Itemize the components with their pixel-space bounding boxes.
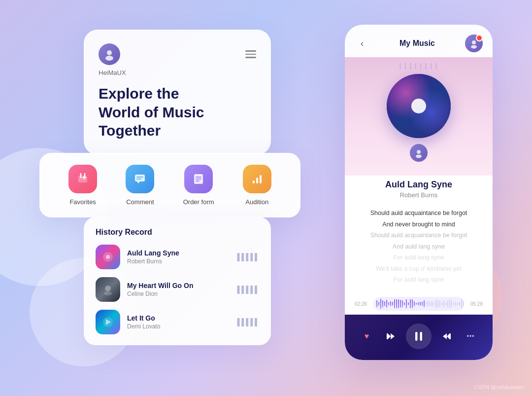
svg-marker-28 <box>391 333 395 339</box>
svg-marker-10 <box>137 181 140 183</box>
comment-icon <box>126 165 154 193</box>
left-card: HeiMaUX Explore the World of Music Toget… <box>84 30 271 155</box>
svg-rect-16 <box>256 178 258 183</box>
action-audition[interactable]: Audition <box>243 165 271 206</box>
audition-label: Audition <box>245 198 268 206</box>
back-button[interactable]: ‹ <box>355 36 369 51</box>
player-controls: ♥ ••• <box>345 315 493 360</box>
favorites-icon <box>68 165 97 193</box>
svg-point-0 <box>107 50 112 55</box>
comment-label: Comment <box>126 198 154 206</box>
history-thumb-1 <box>96 245 120 269</box>
lyric-line-2: And never brought to mind <box>355 219 483 230</box>
lyric-line-1: Should auld acquaintance be forgot <box>355 208 483 219</box>
history-song-2: My Heart Will Go On <box>127 282 230 289</box>
history-artist-1: Robert Burns <box>127 258 230 265</box>
progress-area: 02:26 05:28 <box>345 292 493 315</box>
svg-marker-33 <box>443 333 447 339</box>
sound-bars-top: | | | | | | | | <box>399 62 438 69</box>
history-info-3: Let It Go Demi Lovato <box>127 314 230 330</box>
waveform-2: ▌▌▌▌▌ <box>237 286 259 293</box>
user-row <box>99 43 256 65</box>
svg-point-1 <box>105 56 113 61</box>
prev-button[interactable] <box>382 327 399 345</box>
action-comment[interactable]: Comment <box>126 165 154 206</box>
play-pause-button[interactable] <box>406 324 432 349</box>
player-screen-title: My Music <box>399 39 435 48</box>
hero-title: Explore the World of Music Together <box>99 84 256 140</box>
history-song-3: Let It Go <box>127 314 230 322</box>
svg-rect-29 <box>387 333 388 339</box>
song-title: Auld Lang Syne <box>355 180 483 190</box>
order-label: Order form <box>183 198 214 206</box>
history-info-2: My Heart Will Go On Celine Dion <box>127 282 230 297</box>
svg-point-23 <box>472 40 476 44</box>
lyric-line-4: And auld lang syne <box>355 241 483 252</box>
song-artist: Robert Burns <box>355 191 483 199</box>
lyric-line-5: For auld lang syne <box>355 252 483 263</box>
history-thumb-3 <box>96 310 120 334</box>
svg-point-21 <box>104 291 112 295</box>
next-button[interactable] <box>438 327 456 345</box>
artist-small-avatar <box>410 144 428 162</box>
svg-rect-17 <box>260 175 262 183</box>
heart-button[interactable]: ♥ <box>358 327 375 345</box>
player-avatar <box>465 35 483 52</box>
svg-rect-31 <box>420 332 422 341</box>
svg-point-20 <box>105 286 111 291</box>
waveform-1: ▌▌▌▌▌ <box>237 253 259 261</box>
svg-rect-34 <box>449 333 451 339</box>
time-current: 02:26 <box>355 301 369 307</box>
lyric-line-3: Should auld acquaintance be forgot <box>355 230 483 241</box>
watermark: CSDN @defdsdddev <box>474 384 524 390</box>
more-button[interactable]: ••• <box>462 327 480 345</box>
history-thumb-2 <box>96 277 120 302</box>
history-artist-2: Celine Dion <box>127 290 230 297</box>
svg-point-24 <box>471 45 477 49</box>
album-disc-inner <box>411 99 426 113</box>
history-artist-3: Demi Lovato <box>127 323 230 330</box>
album-disc <box>387 74 451 138</box>
svg-rect-15 <box>253 180 255 183</box>
svg-marker-32 <box>447 333 450 339</box>
album-area: | | | | | | | | <box>345 57 493 176</box>
svg-marker-27 <box>388 333 391 339</box>
history-title: History Record <box>96 228 259 237</box>
history-item-2[interactable]: My Heart Will Go On Celine Dion ▌▌▌▌▌ <box>96 277 259 302</box>
lyric-line-6: We'll take a cup o' kindness yet <box>355 263 483 275</box>
progress-bar-container: 02:26 05:28 <box>355 297 483 311</box>
waveform-3: ▌▌▌▌▌ <box>237 318 259 326</box>
username: HeiMaUX <box>99 69 256 76</box>
lyrics-area: Should auld acquaintance be forgot And n… <box>345 202 493 292</box>
order-icon <box>184 165 213 193</box>
history-item-3[interactable]: Let It Go Demi Lovato ▌▌▌▌▌ <box>96 310 259 334</box>
svg-rect-2 <box>78 176 87 182</box>
svg-point-25 <box>417 150 421 154</box>
svg-rect-7 <box>135 175 145 181</box>
action-order[interactable]: Order form <box>183 165 214 206</box>
history-song-1: Auld Lang Syne <box>127 249 230 257</box>
svg-point-19 <box>106 255 110 259</box>
avatar <box>99 43 120 65</box>
svg-rect-30 <box>415 332 418 341</box>
history-item-1[interactable]: Auld Lang Syne Robert Burns ▌▌▌▌▌ <box>96 245 259 269</box>
lyric-line-7: For auld lang syne <box>355 274 483 286</box>
time-total: 05:28 <box>468 301 483 307</box>
menu-icon[interactable] <box>245 50 256 58</box>
phone-header: ‹ My Music <box>345 25 493 57</box>
waveform-progress[interactable] <box>373 297 464 311</box>
player-card: ‹ My Music | | | | | | | | Auld Lang Syn… <box>345 25 493 360</box>
audition-icon <box>243 165 271 193</box>
svg-point-26 <box>416 155 422 158</box>
song-info: Auld Lang Syne Robert Burns <box>345 176 493 202</box>
history-info-1: Auld Lang Syne Robert Burns <box>127 249 230 265</box>
actions-card: Favorites Comment Order form <box>39 153 300 217</box>
action-favorites[interactable]: Favorites <box>68 165 97 206</box>
favorites-label: Favorites <box>69 198 96 206</box>
history-card: History Record Auld Lang Syne Robert Bur… <box>84 217 271 345</box>
